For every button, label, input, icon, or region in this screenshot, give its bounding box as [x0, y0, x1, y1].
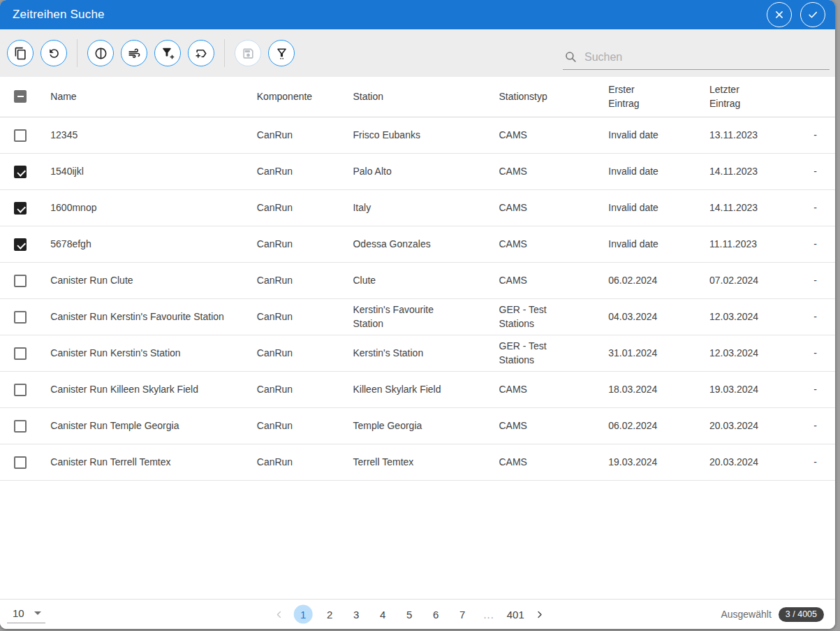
page-button[interactable]: 4	[374, 605, 392, 624]
row-checkbox[interactable]	[14, 420, 27, 433]
copy-icon	[14, 47, 27, 60]
next-page-button[interactable]	[533, 607, 547, 621]
page-button[interactable]: 7	[453, 605, 472, 624]
page-button[interactable]: 5	[400, 605, 419, 624]
label-add-icon	[195, 47, 208, 60]
chevron-left-icon	[274, 609, 285, 620]
chevron-down-icon	[34, 611, 41, 615]
copy-button[interactable]	[7, 40, 34, 66]
table-row[interactable]: 1540ijkl CanRun Palo Alto CAMS Invalid d…	[0, 153, 835, 189]
table-header-row: Name Komponente Station Stationstyp Erst…	[0, 77, 835, 117]
page-size-select[interactable]: 10	[7, 605, 45, 623]
air-button[interactable]	[121, 40, 147, 66]
page-button[interactable]: 3	[347, 605, 366, 624]
save-icon	[242, 47, 255, 60]
cell-stationstyp: CAMS	[491, 153, 600, 189]
row-checkbox[interactable]	[14, 202, 27, 215]
row-checkbox[interactable]	[14, 129, 27, 142]
table-row[interactable]: Canister Run Clute CanRun Clute CAMS 06.…	[0, 262, 835, 298]
table-row[interactable]: 1600mnop CanRun Italy CAMS Invalid date …	[0, 189, 835, 226]
cell-name: Canister Run Kerstin's Favourite Station	[42, 298, 248, 335]
cell-extra: -	[797, 444, 835, 480]
cell-extra: -	[797, 298, 835, 335]
selected-count-badge: 3 / 4005	[779, 607, 824, 622]
row-checkbox[interactable]	[14, 456, 27, 469]
cell-extra: -	[797, 226, 835, 262]
results-table-area: Name Komponente Station Stationstyp Erst…	[0, 77, 835, 599]
table-row[interactable]: Canister Run Kerstin's Station CanRun Ke…	[0, 335, 835, 371]
cell-komponente: CanRun	[249, 407, 345, 444]
cell-name: 12345	[42, 117, 248, 153]
select-all-checkbox[interactable]	[14, 90, 27, 103]
row-checkbox[interactable]	[14, 311, 27, 324]
filter-button[interactable]	[268, 40, 295, 66]
cell-letzter-eintrag: 12.03.2024	[701, 335, 797, 371]
filter-icon	[275, 47, 288, 60]
page-button[interactable]: 6	[427, 605, 445, 624]
contrast-icon	[94, 47, 108, 60]
close-button[interactable]	[767, 2, 792, 27]
cell-station: Palo Alto	[344, 153, 490, 189]
row-checkbox[interactable]	[14, 275, 27, 287]
cell-name: Canister Run Temple Georgia	[42, 407, 248, 444]
page-button[interactable]: 401	[506, 605, 525, 624]
cell-extra: -	[797, 262, 835, 298]
confirm-button[interactable]	[800, 2, 825, 27]
close-icon	[773, 8, 786, 21]
header-komponente: Komponente	[249, 77, 345, 117]
cell-extra: -	[797, 407, 835, 444]
cell-stationstyp: CAMS	[491, 444, 600, 480]
cell-extra: -	[797, 153, 835, 189]
cell-komponente: CanRun	[249, 371, 345, 407]
table-row[interactable]: Canister Run Terrell Temtex CanRun Terre…	[0, 444, 835, 480]
cell-erster-eintrag: 31.01.2024	[600, 335, 701, 371]
check-icon	[806, 8, 819, 21]
add-filter-button[interactable]	[154, 40, 181, 66]
table-row[interactable]: Canister Run Kerstin's Favourite Station…	[0, 298, 835, 335]
table-row[interactable]: Canister Run Temple Georgia CanRun Templ…	[0, 407, 835, 444]
row-checkbox[interactable]	[14, 347, 27, 360]
cell-stationstyp: CAMS	[491, 226, 600, 262]
cell-erster-eintrag: 18.03.2024	[600, 371, 701, 407]
cell-extra: -	[797, 371, 835, 407]
cell-station: Italy	[344, 189, 490, 226]
cell-extra: -	[797, 117, 835, 153]
page-button[interactable]: 1	[294, 605, 313, 624]
restore-button[interactable]	[40, 40, 67, 66]
titlebar: Zeitreihen Suche	[0, 0, 835, 29]
row-checkbox[interactable]	[14, 238, 27, 251]
cell-name: 1600mnop	[42, 189, 248, 226]
air-icon	[128, 47, 141, 60]
cell-letzter-eintrag: 19.03.2024	[701, 371, 797, 407]
row-checkbox[interactable]	[14, 166, 27, 178]
cell-erster-eintrag: 19.03.2024	[600, 444, 701, 480]
prev-page-button[interactable]	[272, 607, 286, 621]
cell-stationstyp: CAMS	[491, 407, 600, 444]
cell-komponente: CanRun	[249, 298, 345, 335]
cell-stationstyp: CAMS	[491, 262, 600, 298]
cell-station: Temple Georgia	[344, 407, 490, 444]
table-row[interactable]: Canister Run Killeen Skylark Field CanRu…	[0, 371, 835, 407]
cell-letzter-eintrag: 14.11.2023	[701, 153, 797, 189]
contrast-button[interactable]	[87, 40, 114, 66]
cell-letzter-eintrag: 14.11.2023	[701, 189, 797, 226]
cell-erster-eintrag: 04.03.2024	[600, 298, 701, 335]
cell-letzter-eintrag: 20.03.2024	[701, 444, 797, 480]
add-label-button[interactable]	[188, 40, 214, 66]
row-checkbox[interactable]	[14, 384, 27, 396]
cell-letzter-eintrag: 13.11.2023	[701, 117, 797, 153]
cell-erster-eintrag: 06.02.2024	[600, 262, 701, 298]
toolbar	[0, 29, 835, 77]
page-button[interactable]: 2	[320, 605, 339, 624]
cell-letzter-eintrag: 20.03.2024	[701, 407, 797, 444]
cell-stationstyp: CAMS	[491, 117, 600, 153]
search-input[interactable]	[584, 51, 828, 64]
save-button[interactable]	[235, 40, 261, 66]
selected-info: Ausgewählt 3 / 4005	[721, 607, 824, 622]
cell-stationstyp: CAMS	[491, 189, 600, 226]
table-row[interactable]: 12345 CanRun Frisco Eubanks CAMS Invalid…	[0, 117, 835, 153]
cell-station: Killeen Skylark Field	[344, 371, 490, 407]
cell-komponente: CanRun	[249, 189, 345, 226]
header-station: Station	[344, 77, 490, 117]
table-row[interactable]: 5678efgh CanRun Odessa Gonzales CAMS Inv…	[0, 226, 835, 262]
